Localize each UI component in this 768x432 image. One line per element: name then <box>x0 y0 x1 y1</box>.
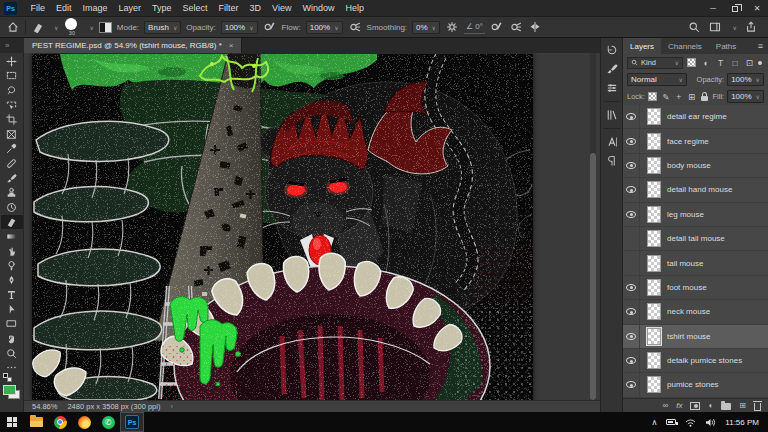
rectangle-shape-tool[interactable] <box>1 317 23 332</box>
menu-help[interactable]: Help <box>340 0 370 16</box>
filter-adjustment-layers-icon[interactable]: ◐ <box>700 57 711 69</box>
brush-preset-picker[interactable]: 30 <box>63 18 80 36</box>
lock-position-icon[interactable]: + <box>674 91 684 103</box>
filter-pixel-layers-icon[interactable] <box>686 57 697 69</box>
blend-mode-dropdown[interactable]: Normal ∨ <box>627 73 687 86</box>
new-layer-icon[interactable]: ⊞ <box>739 401 746 410</box>
clone-stamp-tool[interactable] <box>1 185 23 200</box>
tab-layers[interactable]: Layers <box>623 38 661 54</box>
delete-layer-icon[interactable] <box>754 403 761 411</box>
search-icon[interactable] <box>687 20 701 34</box>
fill-dropdown[interactable]: 100% ∨ <box>727 90 764 103</box>
layer-thumbnail[interactable] <box>647 328 661 345</box>
layer-thumbnail[interactable] <box>647 157 661 174</box>
visibility-toggle[interactable] <box>623 325 640 348</box>
lock-artboard-icon[interactable]: ⊞ <box>687 91 697 103</box>
layer-row-neck-mouse[interactable]: neck mouse <box>623 300 768 324</box>
battery-icon[interactable] <box>666 419 676 425</box>
visibility-toggle[interactable] <box>623 300 640 323</box>
airbrush-icon[interactable] <box>348 20 362 34</box>
layer-thumbnail[interactable] <box>647 181 661 198</box>
visibility-toggle[interactable] <box>623 178 640 201</box>
canvas-area[interactable] <box>24 53 600 400</box>
workspace-switcher-icon[interactable] <box>708 20 722 34</box>
frame-tool[interactable] <box>1 127 23 142</box>
brush-panel-toggle-icon[interactable] <box>99 22 112 33</box>
path-selection-tool[interactable] <box>1 302 23 317</box>
smoothing-dropdown[interactable]: 0% ∨ <box>412 21 440 34</box>
minimize-button[interactable]: ─ <box>702 0 724 17</box>
lasso-tool[interactable] <box>1 83 23 98</box>
link-layers-icon[interactable]: ∞ <box>663 401 669 410</box>
layer-row-detail-hand-mouse[interactable]: detail hand mouse <box>623 178 768 202</box>
foreground-color-swatch[interactable] <box>3 385 16 395</box>
layer-row-detail-ear-regime[interactable]: detail ear regime <box>623 105 768 129</box>
lock-transparency-icon[interactable] <box>648 91 658 103</box>
spot-healing-tool[interactable] <box>1 156 23 171</box>
default-colors-icon[interactable] <box>3 373 8 378</box>
history-brush-tool[interactable] <box>1 200 23 215</box>
panel-libraries-icon[interactable] <box>603 107 621 123</box>
menu-view[interactable]: View <box>267 0 297 16</box>
opacity-dropdown[interactable]: 100% ∨ <box>221 21 258 34</box>
layer-thumbnail[interactable] <box>647 133 661 150</box>
visibility-toggle[interactable] <box>623 349 640 372</box>
visibility-toggle[interactable] <box>623 105 640 128</box>
layer-thumbnail[interactable] <box>647 303 661 320</box>
smoothing-gear-icon[interactable] <box>445 20 459 34</box>
layer-thumbnail[interactable] <box>647 279 661 296</box>
layer-thumbnail[interactable] <box>647 230 661 247</box>
brush-angle-field[interactable]: ∠ 0° <box>464 21 485 34</box>
start-button[interactable] <box>0 412 24 432</box>
panel-properties-icon[interactable] <box>603 80 621 96</box>
layer-row-leg-mouse[interactable]: leg mouse <box>623 203 768 227</box>
tab-close-icon[interactable]: × <box>229 41 234 50</box>
rectangular-marquee-tool[interactable] <box>1 69 23 84</box>
filter-toggle-icon[interactable] <box>758 61 762 65</box>
filter-type-layers-icon[interactable]: T <box>715 57 726 69</box>
menu-image[interactable]: Image <box>77 0 113 16</box>
zoom-level-field[interactable]: 54.86% <box>32 402 57 411</box>
layer-row-pumice-stones[interactable]: pumice stones <box>623 373 768 397</box>
canvas-artwork[interactable] <box>32 54 533 400</box>
opacity-pressure-icon[interactable] <box>263 20 277 34</box>
gradient-tool[interactable] <box>1 229 23 244</box>
type-tool[interactable] <box>1 288 23 303</box>
crop-tool[interactable] <box>1 112 23 127</box>
hand-tool[interactable] <box>1 331 23 346</box>
taskbar-chrome[interactable] <box>48 412 72 432</box>
zoom-tool[interactable] <box>1 346 23 361</box>
layer-thumbnail[interactable] <box>647 376 661 393</box>
layer-thumbnail[interactable] <box>647 108 661 125</box>
taskbar-file-explorer[interactable] <box>24 412 48 432</box>
visibility-toggle[interactable] <box>623 276 640 299</box>
menu-window[interactable]: Window <box>297 0 340 16</box>
visibility-toggle[interactable] <box>623 154 640 177</box>
paint-symmetry-icon[interactable] <box>528 20 542 34</box>
layer-style-icon[interactable]: fx <box>676 401 682 410</box>
status-chevron-icon[interactable]: › <box>170 402 173 411</box>
visibility-toggle[interactable] <box>623 227 640 250</box>
taskbar-clock[interactable]: 11:56 PM <box>725 418 759 427</box>
scrollbar-thumb[interactable] <box>590 153 596 400</box>
filter-kind-dropdown[interactable]: Kind ∨ <box>627 57 683 69</box>
tab-channels[interactable]: Channels <box>661 38 709 54</box>
layer-thumbnail[interactable] <box>647 255 661 272</box>
toolbar-collapse-chevron[interactable]: » <box>0 38 24 53</box>
filter-smart-object-icon[interactable]: ⊡ <box>744 57 755 69</box>
layer-row-detaik-pumice-stones[interactable]: detaik pumice stones <box>623 349 768 373</box>
eraser-tool[interactable] <box>1 215 23 230</box>
eraser-preset-icon[interactable] <box>31 20 45 34</box>
add-layer-mask-icon[interactable] <box>690 402 700 410</box>
dodge-tool[interactable] <box>1 258 23 273</box>
visibility-toggle[interactable] <box>623 251 640 274</box>
menu-select[interactable]: Select <box>177 0 213 16</box>
menu-file[interactable]: File <box>25 0 51 16</box>
restore-button[interactable] <box>724 0 746 17</box>
volume-icon[interactable] <box>705 418 716 427</box>
layer-row-body-mouse[interactable]: body mouse <box>623 154 768 178</box>
lock-all-icon[interactable] <box>700 91 710 103</box>
brush-pressure-icon[interactable] <box>490 20 504 34</box>
taskbar-whatsapp[interactable]: ✆ <box>96 412 120 432</box>
layer-thumbnail[interactable] <box>647 206 661 223</box>
